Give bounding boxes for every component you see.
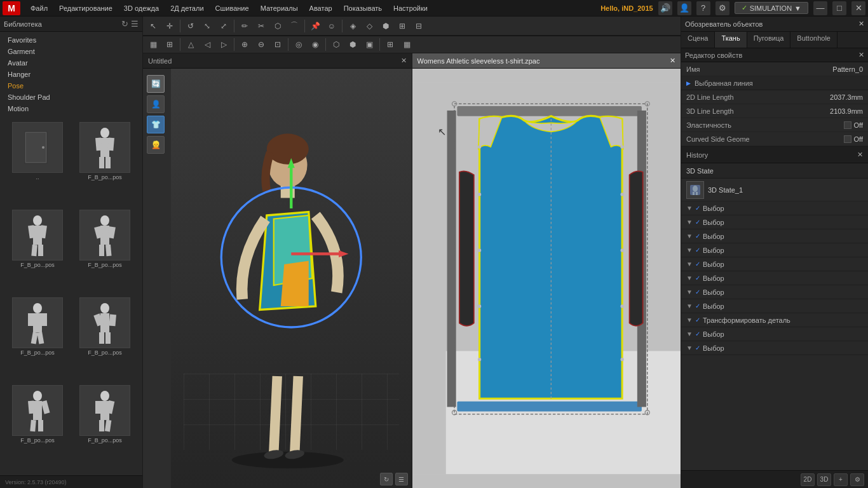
select-tool[interactable]: ↖ (146, 18, 161, 34)
curved-checkbox[interactable]: Off (844, 135, 863, 143)
menu-file[interactable]: Файл (25, 3, 53, 13)
list-item[interactable]: .. (5, 122, 70, 207)
zoom-btn[interactable]: ⊕ (237, 37, 252, 52)
sidebar-item-avatar[interactable]: Avatar (0, 57, 142, 69)
history-row[interactable]: ▼ ✓ Выбор (681, 327, 868, 341)
history-row[interactable]: ▼ ✓ Выбор (681, 243, 868, 257)
rb-3d-icon[interactable]: 3D (817, 473, 831, 486)
viewport-3d-content[interactable]: 🔄 👤 👕 👱 (143, 69, 412, 488)
history-row[interactable]: ▼ ✓ Выбор (681, 271, 868, 285)
render-btn[interactable]: ◎ (291, 37, 306, 52)
menu-edit[interactable]: Редактирование (54, 3, 118, 13)
maximize-icon[interactable]: □ (832, 1, 846, 15)
viewport-3d-close[interactable]: ✕ (401, 57, 407, 65)
sidebar-item-garment[interactable]: Garment (0, 46, 142, 57)
anchor-tool[interactable]: ⬡ (270, 18, 285, 34)
history-row[interactable]: ▼ ✓ Выбор (681, 229, 868, 243)
history-close[interactable]: ✕ (857, 151, 863, 159)
render-btn2[interactable]: ◉ (308, 37, 323, 52)
view-top[interactable]: ▷ (216, 37, 231, 52)
refresh-icon[interactable]: ↻ (121, 19, 128, 29)
extra-tool-2[interactable]: ◇ (362, 18, 377, 34)
list-item[interactable]: F_B_po...pos (72, 122, 137, 207)
viewport-2d-close[interactable]: ✕ (670, 57, 675, 65)
vp-refresh-icon[interactable]: ↻ (380, 473, 393, 485)
curve-tool[interactable]: ⌒ (287, 18, 302, 34)
history-row[interactable]: ▼ ✓ Выбор (681, 299, 868, 313)
sidebar-item-hanger[interactable]: Hanger (0, 69, 142, 80)
grid-tool[interactable]: ⊞ (162, 37, 177, 52)
history-row[interactable]: ▼ ✓ Трансформировать деталь (681, 313, 868, 327)
menu-avatar[interactable]: Аватар (304, 3, 337, 13)
extra-tool-1[interactable]: ◈ (345, 18, 360, 34)
measure-btn[interactable]: ⊞ (383, 37, 398, 52)
arrange-tool[interactable]: ▦ (146, 37, 161, 52)
vp-icon-garment[interactable]: 👕 (147, 116, 165, 133)
rotate-tool[interactable]: ↺ (183, 18, 198, 34)
scissors-tool[interactable]: ✂ (254, 18, 269, 34)
move-tool[interactable]: ✛ (162, 18, 177, 34)
list-item[interactable]: F_B_po...pos (72, 297, 137, 383)
state-item[interactable]: 3D State_1 (681, 179, 868, 201)
viewport-2d[interactable]: Womens Athletic sleeveless t-shirt.zpac … (412, 53, 681, 488)
vp-icon-avatar[interactable]: 👱 (147, 136, 165, 154)
vp-menu-icon[interactable]: ☰ (395, 473, 408, 485)
history-row[interactable]: ▼ ✓ Выбор (681, 257, 868, 271)
menu-2d-pattern[interactable]: 2Д детали (165, 3, 208, 13)
pin-tool[interactable]: 📌 (308, 18, 323, 34)
list-item[interactable]: F_B_po...pos (72, 385, 137, 470)
fit-btn[interactable]: ⊡ (270, 37, 285, 52)
tab-fabric[interactable]: Ткань (715, 32, 747, 48)
ruler-btn[interactable]: ▦ (399, 37, 414, 52)
list-icon[interactable]: ☰ (131, 19, 139, 29)
sidebar-item-shoulder-pad[interactable]: Shoulder Pad (0, 92, 142, 103)
tab-button[interactable]: Пуговица (747, 32, 791, 48)
history-row[interactable]: ▼ ✓ Выбор (681, 201, 868, 215)
rb-2d-icon[interactable]: 2D (801, 473, 815, 486)
list-item[interactable]: F_B_po...pos (5, 385, 70, 470)
history-row[interactable]: ▼ ✓ Выбор (681, 215, 868, 229)
tab-scene[interactable]: Сцена (681, 32, 715, 48)
wire-btn[interactable]: ⬡ (329, 37, 344, 52)
vp-icon-figure[interactable]: 👤 (147, 95, 165, 113)
sidebar-item-pose[interactable]: Pose (0, 80, 142, 92)
zoom-out-btn[interactable]: ⊖ (254, 37, 269, 52)
tex-btn[interactable]: ▣ (362, 37, 377, 52)
vp-icon-rotate[interactable]: 🔄 (147, 75, 165, 93)
rb-settings-icon[interactable]: ⚙ (850, 473, 864, 486)
list-item[interactable]: F_B_po...pos (72, 210, 137, 295)
history-row[interactable]: ▼ ✓ Выбор (681, 285, 868, 299)
right-panel-close[interactable]: ✕ (858, 20, 864, 28)
smiley-tool[interactable]: ☺ (324, 18, 339, 34)
list-item[interactable]: F_B_po...pos (5, 297, 70, 383)
avatar-icon[interactable]: 👤 (677, 1, 691, 15)
settings-icon[interactable]: ⚙ (715, 1, 729, 15)
scale-tool[interactable]: ⤡ (200, 18, 215, 34)
minimize-icon[interactable]: — (813, 1, 827, 15)
view-side[interactable]: ◁ (200, 37, 215, 52)
menu-materials[interactable]: Материалы (255, 3, 303, 13)
tab-buttonhole[interactable]: Buttonhole (790, 32, 837, 48)
sound-icon[interactable]: 🔊 (658, 1, 672, 15)
props-editor-close[interactable]: ✕ (858, 51, 864, 59)
transform-tool[interactable]: ⤢ (216, 18, 231, 34)
menu-3d-garment[interactable]: 3D одежда (119, 3, 164, 13)
help-icon[interactable]: ? (696, 1, 710, 15)
rb-add-icon[interactable]: + (834, 473, 848, 486)
elasticity-checkbox[interactable]: Off (844, 121, 863, 129)
extra-tool-4[interactable]: ⊞ (395, 18, 410, 34)
sidebar-item-motion[interactable]: Motion (0, 103, 142, 114)
selected-line-header[interactable]: ▶ Выбранная линия (681, 76, 868, 90)
menu-settings[interactable]: Настройки (388, 3, 433, 13)
close-icon[interactable]: ✕ (851, 1, 865, 15)
history-row[interactable]: ▼ ✓ Выбор (681, 341, 868, 355)
simulation-button[interactable]: ✓ SIMULATION ▼ (735, 2, 808, 14)
view-front[interactable]: △ (183, 37, 198, 52)
extra-tool-5[interactable]: ⊟ (411, 18, 426, 34)
extra-tool-3[interactable]: ⬢ (378, 18, 393, 34)
menu-sewing[interactable]: Сшивание (210, 3, 254, 13)
solid-btn[interactable]: ⬢ (345, 37, 360, 52)
menu-show[interactable]: Показывать (339, 3, 387, 13)
pen-tool[interactable]: ✏ (237, 18, 252, 34)
list-item[interactable]: F_B_po...pos (5, 210, 70, 295)
